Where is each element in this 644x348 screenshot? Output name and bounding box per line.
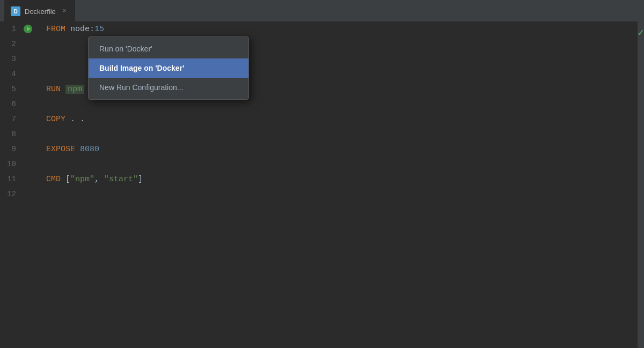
menu-item-new-run-config[interactable]: New Run Configuration...	[89, 78, 248, 97]
tab-label: Dockerfile	[25, 8, 56, 16]
code-line-1: FROM node:15	[44, 21, 638, 36]
menu-item-build-image[interactable]: Build Image on 'Docker'	[89, 58, 248, 78]
run-gutter-icon-1[interactable]	[21, 25, 34, 33]
menu-item-run-docker[interactable]: Run on 'Docker'	[89, 39, 248, 58]
gutter-line-10: 10	[0, 157, 44, 172]
line-number-6: 6	[0, 100, 21, 108]
line-number-8: 8	[0, 130, 21, 138]
code-line-7: COPY . .	[44, 112, 638, 127]
keyword-from: FROM	[46, 25, 65, 34]
tab-close-button[interactable]: ×	[60, 7, 69, 16]
keyword-copy: COPY	[46, 115, 65, 124]
gutter-line-4: 4	[0, 66, 44, 82]
keyword-run: RUN	[46, 85, 61, 94]
keyword-expose: EXPOSE	[46, 145, 75, 154]
code-line-10	[44, 157, 638, 172]
line-number-11: 11	[0, 175, 21, 183]
gutter-line-7: 7	[0, 112, 44, 127]
gutter-line-9: 9	[0, 142, 44, 157]
keyword-cmd: CMD	[46, 175, 61, 184]
context-dropdown-menu[interactable]: Run on 'Docker' Build Image on 'Docker' …	[88, 36, 249, 100]
code-line-8	[44, 127, 638, 142]
code-line-12	[44, 187, 638, 202]
code-line-11: CMD ["npm", "start"]	[44, 172, 638, 187]
line-number-3: 3	[0, 55, 21, 63]
gutter-line-3: 3	[0, 51, 44, 66]
code-str-start: "start"	[104, 175, 138, 184]
code-node: node:	[70, 25, 94, 34]
line-number-1: 1	[0, 25, 21, 33]
line-number-7: 7	[0, 115, 21, 123]
code-port: 8080	[80, 145, 99, 154]
line-number-9: 9	[0, 145, 21, 153]
code-bracket-close: ]	[138, 175, 143, 184]
file-tab[interactable]: D Dockerfile ×	[4, 0, 75, 21]
line-number-12: 12	[0, 190, 21, 198]
gutter-line-6: 6	[0, 97, 44, 112]
code-area[interactable]: FROM node:15 RUN npm install COPY . . EX…	[44, 21, 638, 348]
gutter-line-11: 11	[0, 172, 44, 187]
gutter-line-2: 2	[0, 36, 44, 51]
code-bracket-open: [	[65, 175, 70, 184]
gutter: 1 2 3 4 5 6 7 8	[0, 21, 44, 348]
line-number-2: 2	[0, 40, 21, 48]
code-dot1: . .	[70, 115, 85, 124]
gutter-line-1: 1	[0, 21, 44, 36]
code-comma: ,	[94, 175, 104, 184]
line-number-5: 5	[0, 85, 21, 93]
code-line-9: EXPOSE 8080	[44, 142, 638, 157]
check-mark-icon: ✓	[638, 26, 644, 39]
code-num: 15	[94, 25, 104, 34]
dockerfile-icon: D	[11, 6, 20, 16]
editor-container: 1 2 3 4 5 6 7 8	[0, 21, 644, 348]
line-number-4: 4	[0, 70, 21, 78]
gutter-line-5: 5	[0, 82, 44, 97]
line-number-10: 10	[0, 160, 21, 168]
title-bar: D Dockerfile ×	[0, 0, 644, 21]
gutter-line-8: 8	[0, 127, 44, 142]
scrollbar-right[interactable]: ✓	[638, 21, 644, 348]
code-npm: npm	[65, 85, 84, 94]
code-str-npm: "npm"	[70, 175, 94, 184]
run-icon[interactable]	[24, 25, 32, 33]
gutter-line-12: 12	[0, 187, 44, 202]
